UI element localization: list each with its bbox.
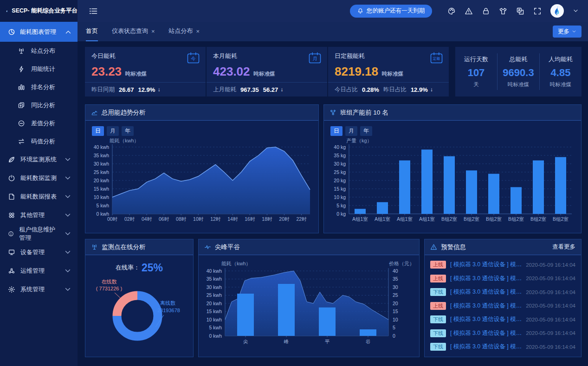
alert-time: 2020-05-09 16:14:04 <box>526 317 575 322</box>
stat-cards-row: 今日能耗今23.23吨标准煤昨日同期26.6712.9%↓本月能耗月423.02… <box>85 47 582 96</box>
y-tick: 0 kwh <box>209 333 222 339</box>
x-tick: B组2室 <box>530 216 546 222</box>
sidebar-subitem[interactable]: 差值分析 <box>0 114 78 132</box>
sidebar-group[interactable]: 环境监测系统 <box>0 150 78 169</box>
chevron-down-icon <box>573 8 579 14</box>
summary-unit: 吨标准煤 <box>498 81 539 88</box>
alert-row[interactable]: 下线[ 模拟器 3.0 通信设备 ] 模拟器 3.0...2020-05-09 … <box>430 327 575 340</box>
shirt-icon[interactable] <box>499 7 507 15</box>
avatar[interactable] <box>550 4 564 18</box>
sidebar-group-label: 系统管理 <box>20 285 45 294</box>
avatar-flame-icon <box>550 4 564 18</box>
bar-B组2室 <box>488 174 499 214</box>
more-button[interactable]: 更多 <box>553 26 582 38</box>
sidebar-subitem[interactable]: 排名分析 <box>0 78 78 96</box>
chart-tab-月[interactable]: 月 <box>345 126 357 136</box>
alert-message[interactable]: [ 模拟器 3.0 通信设备 ] 模拟器 3.0... <box>450 261 522 269</box>
sidebar-subitem[interactable]: 码值分析 <box>0 132 78 150</box>
sidebar-group[interactable]: 运维管理 <box>0 262 78 280</box>
y-tick-right: 25 <box>393 292 398 298</box>
trendline-icon <box>91 109 98 116</box>
bar-A组1室 <box>355 209 366 214</box>
alert-row[interactable]: 上线[ 模拟器 3.0 通信设备 ] 模拟器 3.0...2020-05-09 … <box>430 272 575 286</box>
alert-row[interactable]: 上线[ 模拟器 3.0 通信设备 ] 模拟器 3.0...2020-05-09 … <box>430 299 575 313</box>
alert-row[interactable]: 下线[ 模拟器 3.0 通信设备 ] 模拟器 3.0...2020-05-09 … <box>430 340 575 354</box>
chart-tab-日[interactable]: 日 <box>92 126 104 136</box>
y-tick-right: 10 <box>393 317 398 322</box>
account-expiry-notice[interactable]: 您的账户还有一天到期 <box>350 5 432 18</box>
collapse-menu-icon[interactable] <box>89 6 98 16</box>
close-icon[interactable]: × <box>151 28 155 35</box>
panel-title: 总用能趋势分析 <box>102 109 146 117</box>
x-tick: 14时 <box>227 216 238 222</box>
alert-row[interactable]: 下线[ 模拟器 3.0 通信设备 ] 模拟器 3.0...2020-05-09 … <box>430 285 575 299</box>
online-count-label: 在线数 <box>102 279 117 284</box>
ops-icon <box>8 267 15 275</box>
panel-title: 班组产能前 10 名 <box>340 109 388 117</box>
y-tick: 30 kwh <box>207 284 222 290</box>
chevron-down-icon <box>64 286 71 293</box>
alert-message[interactable]: [ 模拟器 3.0 通信设备 ] 模拟器 3.0... <box>450 275 522 283</box>
sidebar-group[interactable]: 设备管理 <box>0 243 78 262</box>
online-rate-value: 25% <box>142 262 163 274</box>
online-rate: 在线率： 25% <box>85 261 193 274</box>
offline-count-label: 离线数 <box>160 300 175 306</box>
tab-首页[interactable]: 首页 <box>86 22 98 41</box>
stat-value: 423.02 <box>213 64 250 79</box>
stat-card: 日定额能耗定额8219.18吨标准煤今日占比0.28%昨日占比12.9%↓ <box>328 47 449 96</box>
chart-tab-日[interactable]: 日 <box>330 126 342 136</box>
y-tick-right: 20 <box>393 301 398 306</box>
sidebar-group[interactable]: 其他管理 <box>0 206 78 225</box>
alert-message[interactable]: [ 模拟器 3.0 通信设备 ] 模拟器 3.0... <box>450 315 522 323</box>
sidebar-subitem[interactable]: 站点分布 <box>0 42 78 60</box>
pie-icon <box>8 28 15 36</box>
summary-label: 运行天数 <box>455 55 497 64</box>
sidebar-group[interactable]: 租户信息维护管理 <box>0 225 78 243</box>
alert-time: 2020-05-09 16:14:04 <box>526 330 575 336</box>
y-tick: 15 kg <box>334 186 346 192</box>
x-tick: 18时 <box>262 216 272 222</box>
fullscreen-icon[interactable] <box>533 7 542 15</box>
view-more-link[interactable]: 查看更多 <box>552 243 575 251</box>
alert-message[interactable]: [ 模拟器 3.0 通信设备 ] 模拟器 3.0... <box>450 343 522 351</box>
header-icons <box>447 7 542 15</box>
palette-icon[interactable] <box>447 7 456 15</box>
y-tick: 35 kwh <box>207 276 222 282</box>
user-menu-chevron-icon[interactable] <box>573 8 579 14</box>
trendline-icon <box>91 109 98 116</box>
alert-message[interactable]: [ 模拟器 3.0 通信设备 ] 模拟器 3.0... <box>450 329 522 337</box>
alert-row[interactable]: 上线[ 模拟器 3.0 通信设备 ] 模拟器 3.0...2020-05-09 … <box>430 258 575 272</box>
x-tick: A组1室 <box>375 216 390 222</box>
chart-tab-年[interactable]: 年 <box>360 126 372 136</box>
sidebar-group[interactable]: 系统管理 <box>0 280 78 299</box>
sidebar-group[interactable]: 能耗数据报表 <box>0 187 78 206</box>
chart-tab-月[interactable]: 月 <box>107 126 119 136</box>
sidebar-item-energy-charts[interactable]: 能耗图表管理 <box>0 22 78 42</box>
x-tick: B组2室 <box>441 216 457 222</box>
tab-站点分布[interactable]: 站点分布× <box>169 22 200 41</box>
tab-仪表状态查询[interactable]: 仪表状态查询× <box>112 22 155 41</box>
alert-time: 2020-05-09 16:14:04 <box>526 289 575 295</box>
alert-message[interactable]: [ 模拟器 3.0 通信设备 ] 模拟器 3.0... <box>450 288 522 296</box>
stat-unit: 吨标准煤 <box>254 71 275 77</box>
panel-energy-trend: 总用能趋势分析 日月年 0 kwh5 kwh10 kwh15 kwh20 kwh… <box>85 104 319 233</box>
chart-tab-年[interactable]: 年 <box>122 126 134 136</box>
panel-header: 尖峰平谷 <box>199 239 419 255</box>
sidebar-subitem[interactable]: 用能统计 <box>0 60 78 78</box>
stat-footer-value: 0.28% <box>362 86 379 93</box>
warning-icon[interactable] <box>465 7 473 15</box>
sidebar-group[interactable]: 能耗数据监测 <box>0 169 78 187</box>
stat-card-title: 日定额能耗 <box>335 52 442 60</box>
bar-B组2室 <box>555 157 566 214</box>
alert-message[interactable]: [ 模拟器 3.0 通信设备 ] 模拟器 3.0... <box>450 302 522 310</box>
alert-row[interactable]: 下线[ 模拟器 3.0 通信设备 ] 模拟器 3.0...2020-05-09 … <box>430 313 575 327</box>
stat-footer-value: 967.35 <box>240 86 259 93</box>
donut-slice-online[interactable] <box>117 295 137 316</box>
lock-icon[interactable] <box>482 7 490 15</box>
close-icon[interactable]: × <box>196 28 200 35</box>
x-tick: A组1室 <box>419 216 435 222</box>
translate-icon[interactable] <box>516 7 524 15</box>
sidebar-subitem[interactable]: 同比分析 <box>0 96 78 114</box>
sidebar-group-label: 能耗数据监测 <box>20 174 57 182</box>
bolt-icon <box>18 65 25 73</box>
